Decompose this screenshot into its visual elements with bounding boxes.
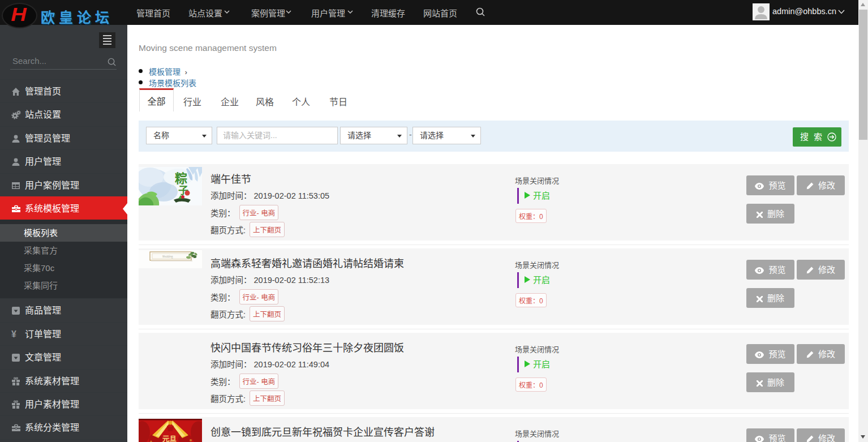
svg-text:Wedding: Wedding	[162, 255, 173, 259]
svg-text:元旦: 元旦	[162, 433, 177, 442]
